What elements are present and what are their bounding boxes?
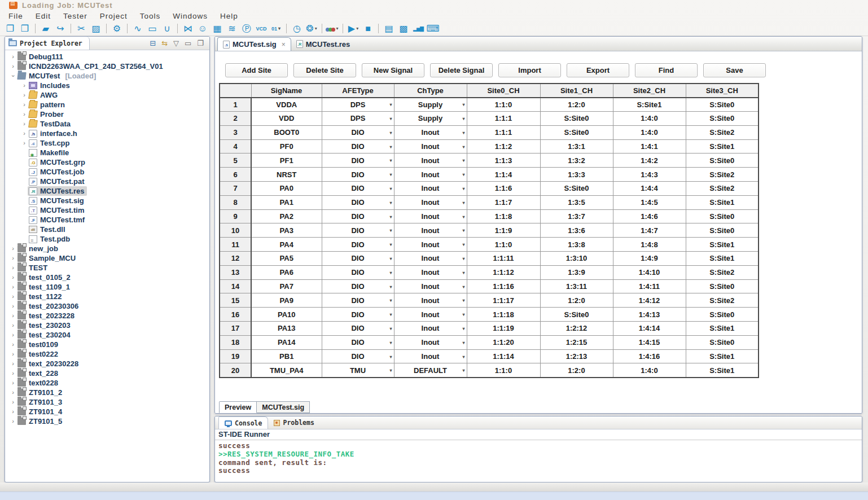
open-folder-icon[interactable]: ▰ — [39, 23, 52, 35]
cell-dropdown-icon[interactable]: ▾ — [462, 354, 464, 359]
expand-arrow-icon[interactable]: › — [10, 244, 16, 253]
cell-site0-ch[interactable]: 1:1:4 — [467, 168, 540, 182]
cell-dropdown-icon[interactable]: ▾ — [462, 116, 464, 121]
cell-signame[interactable]: NRST — [251, 168, 322, 182]
cell-afetype[interactable]: DIO▾ — [322, 252, 394, 266]
cell-site0-ch[interactable]: 1:1:8 — [467, 209, 540, 223]
cell-dropdown-icon[interactable]: ▾ — [462, 340, 464, 345]
expand-arrow-icon[interactable]: › — [21, 138, 28, 148]
dropdown-arrow-icon[interactable]: ▾ — [278, 23, 280, 35]
cell-chtype[interactable]: Inout▾ — [394, 139, 467, 153]
col-header-site2-ch[interactable]: Site2_CH — [613, 84, 686, 98]
monitor-icon[interactable]: ▭ — [146, 23, 159, 35]
cell-site2-ch[interactable]: S:Site1 — [613, 98, 686, 112]
tree-item-test-1109-1[interactable]: ›test_1109_1 — [5, 282, 209, 292]
cell-site2-ch[interactable]: 1:4:0 — [613, 125, 686, 139]
cell-dropdown-icon[interactable]: ▾ — [462, 242, 464, 247]
row-number[interactable]: 6 — [220, 168, 251, 182]
col-header-site0-ch[interactable]: Site0_CH — [467, 84, 540, 98]
tree-item-mcutest[interactable]: ›MCUTest[Loaded] — [5, 71, 209, 81]
cell-dropdown-icon[interactable]: ▾ — [462, 102, 464, 107]
cell-dropdown-icon[interactable]: ▾ — [462, 368, 464, 373]
tree-item-test-dll[interactable]: dllTest.dll — [5, 225, 209, 234]
tree-item-test-cpp[interactable]: ›.cTest.cpp — [5, 138, 209, 148]
cell-site2-ch[interactable]: 1:4:10 — [613, 265, 686, 279]
cell-dropdown-icon[interactable]: ▾ — [462, 172, 464, 177]
cell-site1-ch[interactable]: S:Site0 — [540, 125, 613, 139]
tree-item-test[interactable]: ›TEST — [5, 263, 209, 273]
cell-afetype[interactable]: DIO▾ — [322, 322, 394, 336]
cell-site1-ch[interactable]: 1:2:15 — [540, 335, 613, 349]
expand-arrow-icon[interactable]: › — [10, 52, 16, 62]
tree-item-test-230203[interactable]: ›test_230203 — [5, 321, 209, 330]
tree-item-test-pdb[interactable]: Test.pdb — [5, 234, 209, 244]
cell-site1-ch[interactable]: 1:3:2 — [540, 153, 613, 168]
cell-site1-ch[interactable]: 1:3:9 — [540, 265, 613, 279]
cell-site3-ch[interactable]: S:Site1 — [686, 139, 759, 153]
tree-item-icnd2263waa-cp1-24d-st2564-v01[interactable]: ›ICND2263WAA_CP1_24D_ST2564_V01 — [5, 62, 209, 71]
debug-bug-icon[interactable]: ❂▾ — [305, 23, 318, 35]
cell-site0-ch[interactable]: 1:1:1 — [467, 125, 540, 139]
cell-dropdown-icon[interactable]: ▾ — [389, 326, 392, 331]
cell-chtype[interactable]: Inout▾ — [394, 223, 467, 238]
cell-signame[interactable]: PA14 — [251, 335, 322, 349]
cell-dropdown-icon[interactable]: ▾ — [462, 312, 464, 317]
new-file-icon[interactable]: ❐ — [3, 23, 17, 35]
expand-arrow-icon[interactable]: › — [10, 340, 16, 349]
row-number[interactable]: 12 — [220, 252, 251, 266]
tree-item-mcutest-tim[interactable]: .TMCUTest.tim — [5, 205, 209, 215]
cell-dropdown-icon[interactable]: ▾ — [389, 270, 392, 275]
expand-arrow-icon[interactable]: › — [10, 416, 16, 426]
cell-afetype[interactable]: DPS▾ — [322, 98, 394, 112]
console-tab-problems[interactable]: Problems — [268, 416, 319, 429]
tree-item-makefile[interactable]: Makefile — [5, 148, 209, 157]
tree-item-includes[interactable]: ›Includes — [5, 81, 209, 90]
expand-arrow-icon[interactable]: › — [8, 73, 18, 80]
cell-afetype[interactable]: DIO▾ — [322, 139, 394, 153]
menu-windows[interactable]: Windows — [166, 12, 214, 20]
form-settings-icon[interactable]: ▩ — [397, 23, 410, 35]
col-header-signame[interactable]: SigName — [251, 84, 322, 98]
cell-afetype[interactable]: DIO▾ — [322, 125, 394, 139]
cell-dropdown-icon[interactable]: ▾ — [462, 326, 464, 331]
col-header-afetype[interactable]: AFEType — [322, 84, 394, 98]
cell-dropdown-icon[interactable]: ▾ — [389, 312, 392, 317]
cell-afetype[interactable]: DIO▾ — [322, 182, 394, 196]
expand-arrow-icon[interactable]: › — [10, 397, 16, 407]
cell-chtype[interactable]: Inout▾ — [394, 125, 467, 139]
cell-afetype[interactable]: DIO▾ — [322, 238, 394, 252]
signal-route-icon[interactable]: ∪ — [160, 23, 174, 35]
expand-arrow-icon[interactable]: › — [21, 100, 28, 109]
cell-chtype[interactable]: Inout▾ — [394, 308, 467, 322]
cell-signame[interactable]: PA6 — [251, 265, 322, 279]
menu-tools[interactable]: Tools — [134, 12, 167, 20]
cell-site2-ch[interactable]: 1:4:15 — [613, 335, 686, 349]
cell-dropdown-icon[interactable]: ▾ — [462, 214, 464, 219]
cell-signame[interactable]: PA9 — [251, 293, 322, 308]
menu-file[interactable]: File — [2, 12, 29, 20]
cell-signame[interactable]: PA10 — [251, 308, 322, 322]
row-number[interactable]: 17 — [220, 322, 251, 336]
cell-site0-ch[interactable]: 1:1:0 — [467, 238, 540, 252]
export-button[interactable]: Export — [567, 63, 629, 77]
expand-arrow-icon[interactable]: › — [10, 62, 16, 71]
cell-signame[interactable]: BOOT0 — [251, 125, 322, 139]
cell-afetype[interactable]: TMU▾ — [322, 363, 394, 378]
run-icon[interactable]: ▶▾ — [347, 23, 360, 35]
chart-icon[interactable]: ▂▅▇ — [411, 23, 425, 35]
cell-site2-ch[interactable]: 1:4:16 — [613, 349, 686, 363]
cell-chtype[interactable]: Supply▾ — [394, 112, 467, 126]
cell-afetype[interactable]: DIO▾ — [322, 223, 394, 238]
cell-site3-ch[interactable]: S:Site0 — [686, 98, 759, 112]
console-tab-console[interactable]: Console — [218, 416, 268, 429]
menu-tester[interactable]: Tester — [57, 12, 94, 20]
cell-chtype[interactable]: Inout▾ — [394, 195, 467, 209]
expand-arrow-icon[interactable]: › — [10, 321, 16, 330]
cell-dropdown-icon[interactable]: ▾ — [389, 200, 392, 205]
cell-dropdown-icon[interactable]: ▾ — [389, 214, 392, 219]
dropdown-arrow-icon[interactable]: ▾ — [356, 23, 358, 35]
cell-site3-ch[interactable]: S:Site1 — [686, 349, 759, 363]
cell-afetype[interactable]: DIO▾ — [322, 308, 394, 322]
menu-project[interactable]: Project — [94, 12, 134, 20]
cell-site1-ch[interactable]: 1:3:8 — [540, 238, 613, 252]
